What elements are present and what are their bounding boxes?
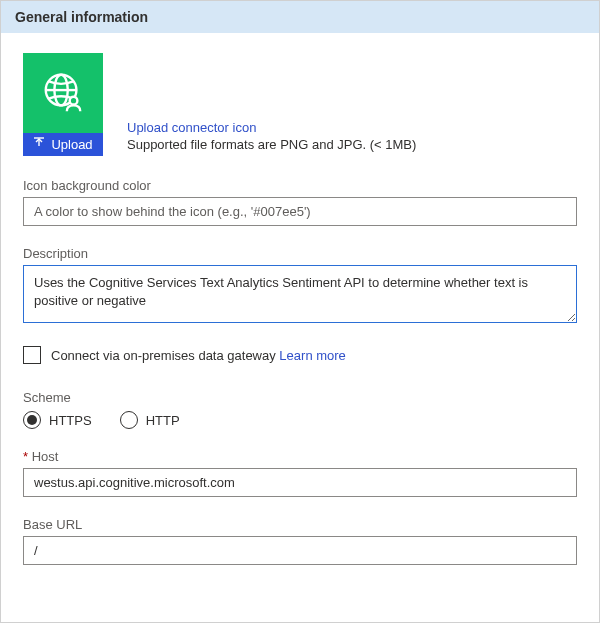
scheme-label: Scheme — [23, 390, 577, 405]
radio-https[interactable] — [23, 411, 41, 429]
upload-icon-link[interactable]: Upload connector icon — [127, 120, 256, 135]
learn-more-link[interactable]: Learn more — [279, 348, 345, 363]
upload-button-label: Upload — [51, 137, 92, 152]
upload-button[interactable]: Upload — [23, 133, 103, 156]
svg-point-3 — [70, 96, 78, 104]
supported-formats-text: Supported file formats are PNG and JPG. … — [127, 137, 416, 152]
globe-person-icon — [40, 69, 86, 118]
scheme-options: HTTPS HTTP — [23, 411, 577, 429]
icon-preview — [23, 53, 103, 133]
description-label: Description — [23, 246, 577, 261]
host-input[interactable] — [23, 468, 577, 497]
gateway-label-text: Connect via on-premises data gateway — [51, 348, 276, 363]
base-url-field: Base URL — [23, 517, 577, 565]
icon-stack: Upload — [23, 53, 103, 156]
description-input[interactable] — [23, 265, 577, 323]
icon-info: Upload connector icon Supported file for… — [127, 120, 416, 156]
base-url-label: Base URL — [23, 517, 577, 532]
section-header: General information — [1, 1, 599, 33]
section-title: General information — [15, 9, 148, 25]
radio-https-label: HTTPS — [49, 413, 92, 428]
description-field: Description — [23, 246, 577, 326]
base-url-input[interactable] — [23, 536, 577, 565]
gateway-checkbox[interactable] — [23, 346, 41, 364]
host-field: Host — [23, 449, 577, 497]
radio-http-label: HTTP — [146, 413, 180, 428]
gateway-label: Connect via on-premises data gateway Lea… — [51, 348, 346, 363]
upload-icon — [33, 137, 45, 152]
icon-upload-row: Upload Upload connector icon Supported f… — [23, 53, 577, 156]
scheme-field: Scheme HTTPS HTTP — [23, 390, 577, 429]
form-content: Upload Upload connector icon Supported f… — [1, 33, 599, 583]
icon-bg-color-field: Icon background color — [23, 178, 577, 226]
gateway-checkbox-row: Connect via on-premises data gateway Lea… — [23, 346, 577, 364]
icon-bg-color-input[interactable] — [23, 197, 577, 226]
radio-http[interactable] — [120, 411, 138, 429]
icon-bg-color-label: Icon background color — [23, 178, 577, 193]
scheme-option-https[interactable]: HTTPS — [23, 411, 92, 429]
host-label: Host — [23, 449, 577, 464]
scheme-option-http[interactable]: HTTP — [120, 411, 180, 429]
